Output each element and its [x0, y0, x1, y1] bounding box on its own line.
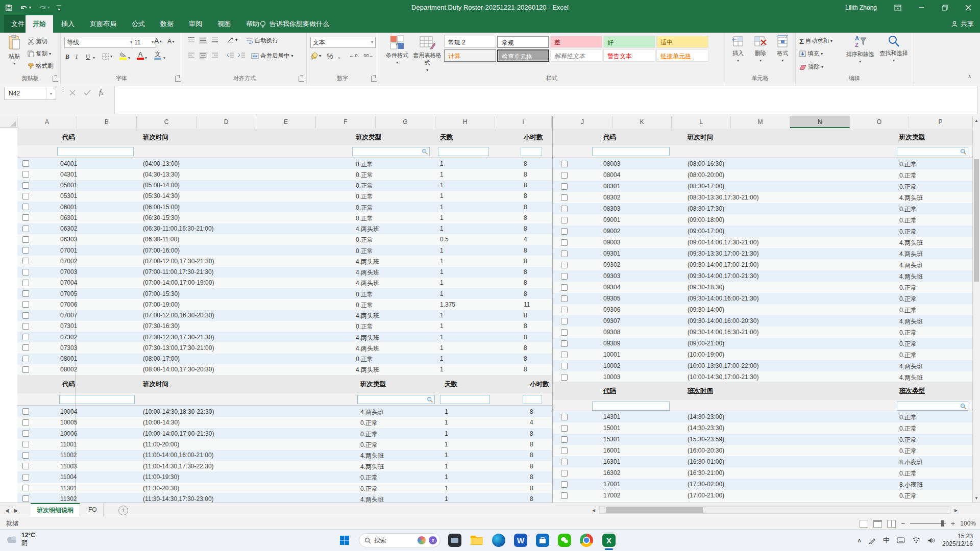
merge-center-button[interactable]: 合并后居中▾ — [251, 52, 293, 60]
table-row[interactable] — [17, 493, 552, 503]
blue-app-icon[interactable]: W — [513, 533, 528, 548]
row-checkbox[interactable] — [22, 441, 29, 447]
underline-dropdown[interactable]: ▾ — [93, 56, 95, 60]
page-break-view-button[interactable] — [887, 520, 896, 528]
paste-button[interactable]: 粘贴▾ — [4, 35, 24, 66]
table-row[interactable] — [17, 212, 552, 223]
taskbar-search-box[interactable]: 搜索 — [359, 533, 440, 547]
store-app-icon[interactable] — [535, 533, 550, 548]
minimize-button[interactable] — [910, 0, 933, 15]
enter-entry-icon[interactable] — [84, 90, 91, 96]
row-checkbox[interactable] — [561, 206, 568, 212]
scroll-down-arrow[interactable]: ▼ — [973, 496, 980, 500]
table-row[interactable] — [17, 428, 552, 439]
increase-indent-button[interactable] — [238, 52, 246, 58]
column-header-P[interactable]: P — [909, 116, 972, 128]
column-header-N[interactable]: N — [790, 116, 850, 128]
column-header-M[interactable]: M — [731, 116, 790, 128]
taskbar-clock[interactable]: 15:23 2025/12/16 — [942, 533, 973, 548]
row-checkbox[interactable] — [22, 236, 29, 243]
column-header-L[interactable]: L — [672, 116, 731, 128]
filter-input[interactable] — [521, 147, 542, 156]
row-checkbox[interactable] — [22, 485, 29, 491]
row-checkbox[interactable] — [22, 474, 29, 481]
row-checkbox[interactable] — [22, 226, 29, 232]
file-explorer-icon[interactable] — [469, 533, 484, 548]
table-row[interactable] — [17, 169, 552, 180]
column-header-C[interactable]: C — [137, 116, 197, 128]
table-row[interactable] — [17, 364, 552, 375]
row-checkbox[interactable] — [561, 329, 568, 336]
table-row[interactable] — [17, 191, 552, 202]
row-checkbox[interactable] — [22, 366, 29, 373]
insert-cells-button[interactable]: 插入▾ — [728, 35, 748, 63]
table-row[interactable] — [17, 202, 552, 212]
table-row[interactable] — [17, 245, 552, 256]
row-checkbox[interactable] — [22, 280, 29, 286]
row-checkbox[interactable] — [22, 214, 29, 221]
row-checkbox[interactable] — [561, 273, 568, 280]
wrap-text-button[interactable]: 自动换行 — [246, 37, 278, 44]
decrease-font-button[interactable]: A▼ — [167, 38, 175, 45]
table-row[interactable] — [17, 342, 552, 353]
task-view-button[interactable] — [447, 533, 462, 548]
cell-style-9[interactable]: 警告文本 — [603, 49, 655, 62]
comma-style-button[interactable]: , — [338, 51, 340, 60]
format-painter-button[interactable]: 格式刷 — [28, 62, 54, 70]
row-checkbox[interactable] — [561, 374, 568, 381]
zoom-slider-thumb[interactable] — [941, 520, 944, 527]
new-sheet-button[interactable]: + — [118, 506, 128, 515]
row-checkbox[interactable] — [22, 269, 29, 276]
row-checkbox[interactable] — [561, 492, 568, 499]
row-checkbox[interactable] — [561, 481, 568, 488]
borders-button[interactable]: ▾ — [102, 53, 112, 60]
alignment-dialog-launcher[interactable] — [299, 76, 304, 82]
filter-input[interactable] — [592, 402, 670, 411]
row-checkbox[interactable] — [22, 290, 29, 297]
collapse-ribbon-button[interactable]: ∧ — [968, 73, 971, 79]
align-left-button[interactable] — [188, 52, 195, 58]
align-center-button[interactable] — [199, 52, 207, 59]
row-checkbox[interactable] — [561, 228, 568, 235]
formula-input[interactable] — [114, 86, 978, 114]
column-header-H[interactable]: H — [435, 116, 495, 128]
delete-cells-button[interactable]: 删除▾ — [750, 35, 771, 63]
row-checkbox[interactable] — [561, 447, 568, 454]
cancel-entry-icon[interactable] — [69, 90, 76, 96]
filter-input[interactable] — [59, 395, 135, 404]
row-checkbox[interactable] — [22, 171, 29, 178]
align-middle-button[interactable] — [199, 37, 207, 44]
row-checkbox[interactable] — [22, 182, 29, 189]
filter-input[interactable] — [592, 147, 670, 156]
row-checkbox[interactable] — [22, 247, 29, 254]
column-header-F[interactable]: F — [316, 116, 376, 128]
table-row[interactable] — [17, 483, 552, 493]
column-header-G[interactable]: G — [376, 116, 435, 128]
table-row[interactable] — [17, 321, 552, 332]
row-checkbox[interactable] — [561, 217, 568, 223]
ribbon-tab[interactable]: 审阅 — [182, 15, 209, 33]
sheet-tab[interactable]: 班次明细说明 — [31, 503, 80, 518]
number-dialog-launcher[interactable] — [371, 76, 377, 82]
row-checkbox[interactable] — [22, 160, 29, 167]
tell-me-box[interactable]: 告诉我你想要做什么 — [259, 15, 329, 33]
name-box-dropdown[interactable]: ▾ — [46, 87, 56, 99]
accounting-format-button[interactable]: ▾ — [310, 52, 321, 60]
table-row[interactable] — [17, 234, 552, 245]
table-row[interactable] — [17, 417, 552, 428]
row-checkbox[interactable] — [22, 334, 29, 340]
fill-button[interactable]: 填充▾ — [799, 50, 823, 58]
row-checkbox[interactable] — [561, 340, 568, 347]
cell-style-7[interactable]: 检查单元格 — [497, 49, 549, 62]
ribbon-tab[interactable]: 插入 — [54, 15, 82, 33]
clear-button[interactable]: 清除▾ — [799, 63, 823, 71]
row-checkbox[interactable] — [22, 204, 29, 210]
row-checkbox[interactable] — [22, 301, 29, 308]
keyboard-icon[interactable] — [897, 537, 905, 543]
phonetic-button[interactable]: 文 — [154, 51, 161, 60]
zoom-level[interactable]: 100% — [960, 520, 976, 527]
sort-filter-button[interactable]: AZ 排序和筛选▾ — [844, 35, 876, 64]
zoom-in-button[interactable]: + — [951, 519, 955, 528]
horizontal-scroll-thumb[interactable] — [606, 507, 703, 513]
column-header-E[interactable]: E — [256, 116, 316, 128]
